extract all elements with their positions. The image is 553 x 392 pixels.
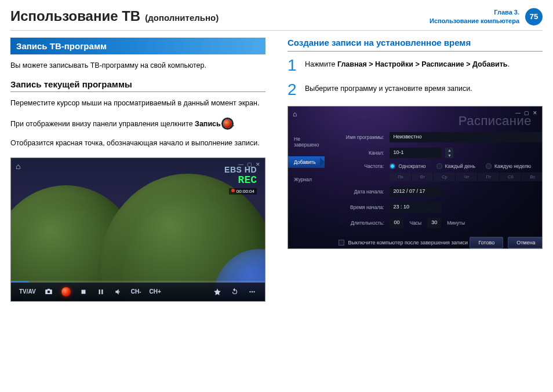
page-number-badge: 75 bbox=[525, 8, 543, 25]
label-starttime: Время начала: bbox=[339, 204, 384, 210]
svg-rect-0 bbox=[81, 290, 85, 294]
rec-timer: 00:00:04 bbox=[229, 188, 257, 195]
input-minutes[interactable]: 30 bbox=[427, 218, 441, 228]
sidebar-item-add[interactable]: Добавить bbox=[288, 156, 325, 168]
close-icon[interactable]: ✕ bbox=[533, 110, 537, 116]
shutdown-label: Выключите компьютер после завершения зап… bbox=[348, 240, 468, 246]
subsection-heading: Создание записи на установленное время bbox=[288, 38, 543, 47]
radio-once[interactable]: Однократно bbox=[390, 163, 425, 169]
svg-point-5 bbox=[253, 291, 254, 292]
volume-icon[interactable] bbox=[114, 287, 123, 296]
label-channel: Канал: bbox=[339, 150, 384, 156]
weekday-row: Пн Вт Ср Чт Пт Сб Вс bbox=[390, 173, 543, 181]
player-controls: TV/AV CH- CH+ bbox=[11, 283, 265, 301]
input-starttime[interactable]: 23 : 10 bbox=[390, 202, 442, 213]
sidebar-item-pending[interactable]: Не завершено bbox=[288, 133, 325, 151]
divider bbox=[288, 51, 543, 52]
page-meta: Глава 3. Использование компьютера 75 bbox=[430, 8, 543, 25]
page-title: Использование ТВ bbox=[10, 8, 140, 24]
svg-point-4 bbox=[252, 291, 253, 292]
svg-point-3 bbox=[249, 291, 250, 292]
channel-down[interactable]: CH- bbox=[131, 288, 141, 295]
step-text: При отображении внизу панели управления … bbox=[10, 118, 265, 130]
step-text: Отобразится красная точка, обозначающая … bbox=[10, 138, 265, 149]
unit-minutes: Минуты bbox=[447, 220, 465, 226]
tv-player-screenshot: ⌂ — ▢ ✕ EBS HD REC 00:00:04 TV/AV bbox=[10, 157, 265, 302]
step-text: Выберите программу и установите время за… bbox=[305, 82, 472, 98]
day-toggle[interactable]: Ср bbox=[434, 173, 456, 181]
section-label: Использование компьютера bbox=[430, 17, 519, 25]
svg-rect-2 bbox=[101, 289, 103, 294]
section-heading: Запись ТВ-программ bbox=[10, 38, 265, 54]
channel-up[interactable]: CH+ bbox=[150, 288, 161, 295]
more-icon[interactable] bbox=[248, 287, 257, 296]
schedule-sidebar: Не завершено Добавить Журнал bbox=[288, 132, 325, 241]
label-frequency: Частота: bbox=[339, 163, 384, 169]
chevron-down-icon[interactable]: ▼ bbox=[445, 153, 453, 158]
svg-rect-1 bbox=[99, 289, 100, 294]
stop-icon[interactable] bbox=[79, 287, 88, 296]
channel-brand: EBS HD bbox=[224, 165, 257, 174]
input-program[interactable]: Неизвестно bbox=[390, 132, 543, 142]
star-icon[interactable] bbox=[213, 287, 222, 296]
schedule-title: Расписание bbox=[459, 113, 532, 129]
day-toggle[interactable]: Сб bbox=[500, 173, 522, 181]
schedule-dialog-screenshot: ⌂ — ▢ ✕ Расписание Не завершено Добавить… bbox=[288, 106, 543, 249]
home-icon[interactable]: ⌂ bbox=[293, 110, 297, 118]
label-duration: Длительность: bbox=[339, 220, 384, 226]
unit-hours: Часы bbox=[409, 220, 421, 226]
home-icon[interactable]: ⌂ bbox=[16, 162, 20, 171]
label-startdate: Дата начала: bbox=[339, 189, 384, 195]
schedule-form: Имя программы: Неизвестно Канал: 10-1 ▲▼… bbox=[325, 132, 543, 241]
step-text: Нажмите Главная > Настройки > Расписание… bbox=[305, 57, 510, 74]
day-toggle[interactable]: Чт bbox=[456, 173, 478, 181]
step-number: 1 bbox=[288, 57, 298, 74]
day-toggle[interactable]: Вс bbox=[522, 173, 543, 181]
page-subtitle: (дополнительно) bbox=[145, 13, 219, 23]
subsection-heading: Запись текущей программы bbox=[10, 79, 265, 89]
pause-icon[interactable] bbox=[96, 287, 105, 296]
day-toggle[interactable]: Пн bbox=[390, 173, 412, 181]
intro-text: Вы можете записывать ТВ-программу на сво… bbox=[10, 60, 265, 71]
replay-icon[interactable] bbox=[230, 287, 239, 296]
input-channel[interactable]: 10-1 bbox=[390, 148, 442, 158]
radio-weekly[interactable]: Каждую неделю bbox=[486, 163, 531, 169]
sidebar-item-log[interactable]: Журнал bbox=[288, 174, 325, 185]
done-button[interactable]: Готово bbox=[470, 237, 503, 248]
input-startdate[interactable]: 2012 / 07 / 17 bbox=[390, 186, 442, 197]
day-toggle[interactable]: Вт bbox=[412, 173, 434, 181]
rec-indicator: REC bbox=[224, 174, 257, 186]
chevron-up-icon[interactable]: ▲ bbox=[445, 148, 453, 153]
radio-daily[interactable]: Каждый день bbox=[436, 163, 475, 169]
text-fragment: . bbox=[232, 120, 234, 128]
channel-stepper[interactable]: ▲▼ bbox=[445, 148, 453, 158]
input-hours[interactable]: 00 bbox=[390, 218, 403, 228]
tvav-toggle[interactable]: TV/AV bbox=[19, 288, 36, 295]
record-icon bbox=[223, 119, 232, 128]
label-program: Имя программы: bbox=[339, 134, 384, 140]
step-text: Переместите курсор мыши на просматриваем… bbox=[10, 98, 265, 109]
text-fragment: При отображении внизу панели управления … bbox=[10, 120, 195, 128]
camera-icon[interactable] bbox=[44, 287, 53, 296]
cancel-button[interactable]: Отмена bbox=[508, 237, 543, 248]
record-label: Запись bbox=[195, 120, 221, 128]
divider bbox=[10, 91, 265, 92]
step-number: 2 bbox=[288, 82, 298, 98]
day-toggle[interactable]: Пт bbox=[478, 173, 500, 181]
record-button[interactable] bbox=[61, 287, 71, 296]
chapter-label: Глава 3. bbox=[430, 8, 519, 17]
divider bbox=[10, 30, 543, 31]
shutdown-checkbox[interactable] bbox=[339, 240, 344, 246]
